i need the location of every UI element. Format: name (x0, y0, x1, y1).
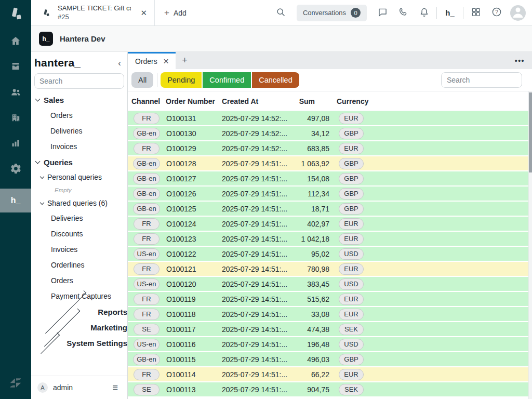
column-header-sum[interactable]: Sum (284, 97, 315, 105)
new-tab-button[interactable]: + (176, 52, 194, 69)
created-at-cell: 2025-07-29 14:51:... (213, 385, 291, 394)
created-at-cell: 2025-07-29 14:51:... (213, 175, 291, 183)
order-number-cell: O100113 (161, 385, 213, 394)
rail-customers-button[interactable] (0, 80, 31, 105)
column-header-currency[interactable]: Currency (315, 97, 368, 105)
sidebar-item-deliveries[interactable]: Deliveries (31, 210, 127, 226)
conversations-button[interactable]: Conversations 0 (297, 5, 367, 21)
rail-views-button[interactable] (0, 55, 31, 80)
global-search-button[interactable] (271, 3, 291, 23)
table-search-input[interactable] (441, 72, 522, 88)
user-avatar-button[interactable] (510, 5, 526, 21)
filter-confirmed-button[interactable]: Confirmed (203, 72, 251, 88)
add-button[interactable]: + Add (155, 0, 196, 25)
sidebar-item-shared-queries-6[interactable]: Shared queries (6) (31, 196, 127, 210)
table-row[interactable]: GB-enO1001272025-07-29 14:51:...154,08GB… (128, 171, 532, 187)
order-number-cell: O100122 (161, 250, 213, 258)
column-header-channel[interactable]: Channel (131, 97, 166, 105)
filter-all-button[interactable]: All (131, 72, 153, 88)
sum-cell: 1 042,18 (291, 235, 329, 243)
sidebar-item-deliveries[interactable]: Deliveries (31, 123, 127, 139)
table-row[interactable]: FRO1001182025-07-29 14:51:...33,08EUR (128, 307, 532, 322)
sidebar-item-discounts[interactable]: Discounts (31, 226, 127, 242)
tab-close-button[interactable]: ✕ (163, 58, 169, 65)
order-number-cell: O100121 (161, 265, 213, 273)
table-row[interactable]: GB-enO1001282025-07-29 14:51:...1 063,92… (128, 156, 532, 171)
channel-badge: FR (134, 294, 159, 305)
channel-badge: FR (134, 233, 159, 245)
currency-cell: EUR (329, 294, 371, 305)
vertical-scrollbar[interactable] (528, 91, 532, 399)
help-button[interactable]: ? (486, 3, 507, 23)
filter-pending-button[interactable]: Pending (161, 72, 202, 88)
table-row[interactable]: US-enO1001162025-07-29 14:51:...196,48US… (128, 337, 532, 352)
currency-cell: EUR (329, 263, 371, 275)
table-row[interactable]: FRO1001192025-07-29 14:51:...515,62EUR (128, 292, 532, 307)
notifications-button[interactable] (414, 3, 434, 23)
zendesk-products-icon (8, 6, 23, 23)
sidebar-item-queries[interactable]: Queries (31, 154, 127, 170)
rail-home-button[interactable] (0, 29, 31, 55)
chat-button[interactable] (372, 3, 393, 23)
apps-button[interactable] (466, 3, 486, 23)
table-row[interactable]: FRO1001232025-07-29 14:51:...1 042,18EUR (128, 232, 532, 247)
currency-cell: SEK (329, 384, 371, 395)
sidebar-item-sales[interactable]: Sales (31, 92, 127, 108)
sidebar-item-label: Deliveries (51, 214, 83, 222)
sidebar-item-label: Shared queries (6) (47, 199, 108, 207)
table-row[interactable]: GB-enO1001152025-07-29 14:51:...496,03GB… (128, 352, 532, 367)
order-number-cell: O100127 (161, 175, 213, 183)
ticket-close-button[interactable]: ✕ (138, 7, 149, 19)
table-row[interactable]: US-enO1001222025-07-29 14:51:...95,02USD (128, 247, 532, 262)
tab-orders[interactable]: Orders ✕ (128, 52, 176, 69)
sidebar-item-orderlines[interactable]: Orderlines (31, 257, 127, 273)
rail-reporting-button[interactable] (0, 131, 31, 156)
channel-cell: FR (132, 369, 161, 380)
svg-text:?: ? (495, 9, 498, 15)
rail-organizations-button[interactable] (0, 105, 31, 131)
rail-hantera-item[interactable]: h_ (0, 189, 31, 212)
channel-cell: FR (132, 294, 161, 305)
rail-admin-button[interactable] (0, 156, 31, 182)
table-row[interactable]: FRO1001312025-07-29 14:52:...497,08EUR (128, 111, 532, 126)
table-row[interactable]: FRO1001292025-07-29 14:52:...683,85EUR (128, 141, 532, 156)
table-row[interactable]: FRO1001212025-07-29 14:51:...780,98EUR (128, 262, 532, 277)
currency-badge: SEK (339, 324, 364, 335)
table-row[interactable]: SEO1001132025-07-29 14:51:...904,75SEK (128, 382, 532, 397)
created-at-cell: 2025-07-29 14:51:... (213, 159, 291, 168)
chevron-down-icon (40, 200, 44, 204)
sidebar-search-input[interactable] (34, 73, 124, 89)
scrollbar-thumb[interactable] (529, 92, 532, 172)
order-number-cell: O100115 (161, 355, 213, 364)
sidebar-item-orders[interactable]: Orders (31, 273, 127, 288)
tab-orders-label: Orders (135, 57, 157, 65)
ticket-tab[interactable]: SAMPLE TICKET: Gift car... #25 ✕ (31, 0, 155, 25)
collapse-panel-button[interactable]: ‹ (116, 59, 123, 68)
sidebar-item-invoices[interactable]: Invoices (31, 242, 127, 257)
table-row[interactable]: GB-enO1001302025-07-29 14:52:...34,12GBP (128, 126, 532, 141)
sidebar-item-personal-queries[interactable]: Personal queries (31, 170, 127, 184)
table-row[interactable]: FRO1001242025-07-29 14:51:...402,97EUR (128, 217, 532, 232)
hantera-product-button[interactable]: h_ (439, 8, 461, 18)
table-row[interactable]: US-enO1001202025-07-29 14:51:...383,45US… (128, 277, 532, 292)
channel-badge: FR (134, 113, 159, 124)
hantera-brand-logo: hantera_ (34, 57, 81, 69)
filter-cancelled-button[interactable]: Cancelled (252, 72, 299, 88)
table-row[interactable]: FRO1001142025-07-29 14:51:...66,22EUR (128, 367, 532, 382)
created-at-cell: 2025-07-29 14:51:... (213, 340, 291, 349)
currency-badge: USD (339, 248, 364, 260)
phone-button[interactable] (393, 3, 414, 23)
user-menu-button[interactable]: ≡ (109, 382, 121, 393)
more-options-button[interactable]: ••• (512, 52, 528, 69)
column-header-order-number[interactable]: Order Number (166, 97, 222, 105)
channel-cell: FR (132, 143, 161, 154)
currency-cell: SEK (329, 324, 371, 335)
rail-logo-button[interactable] (0, 0, 31, 29)
sidebar-item-invoices[interactable]: Invoices (31, 139, 127, 154)
table-row[interactable]: GB-enO1001252025-07-29 14:51:...18,71GBP (128, 202, 532, 217)
column-header-created-at[interactable]: Created At (222, 97, 284, 105)
table-row[interactable]: SEO1001172025-07-29 14:51:...474,38SEK (128, 322, 532, 337)
table-row[interactable]: GB-enO1001262025-07-29 14:51:...112,34GB… (128, 187, 532, 202)
sum-cell: 683,85 (291, 144, 329, 153)
sidebar-item-orders[interactable]: Orders (31, 108, 127, 123)
